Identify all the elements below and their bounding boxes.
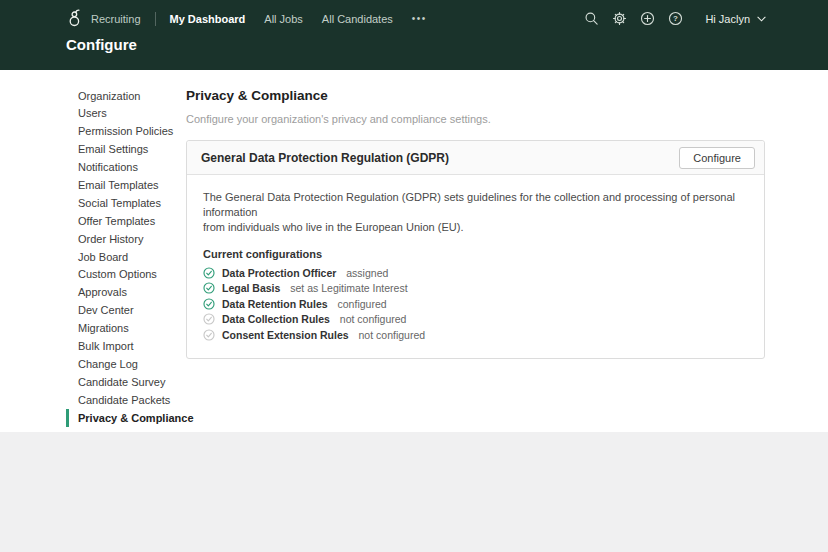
greenhouse-logo-icon[interactable]	[66, 9, 83, 28]
nav-item-all-jobs[interactable]: All Jobs	[264, 13, 303, 25]
sidebar-item-users[interactable]: Users	[66, 105, 186, 123]
nav-utilities: ? Hi Jaclyn	[584, 11, 766, 26]
sidebar-item-custom-options[interactable]: Custom Options	[66, 266, 186, 284]
help-icon[interactable]: ?	[668, 11, 683, 26]
config-item-name: Consent Extension Rules	[222, 329, 352, 341]
sidebar-item-privacy-compliance[interactable]: Privacy & Compliance	[66, 409, 186, 427]
sidebar-item-social-templates[interactable]: Social Templates	[66, 194, 186, 212]
check-circle-icon	[203, 282, 215, 294]
config-item-name: Data Collection Rules	[222, 313, 333, 325]
user-menu[interactable]: Hi Jaclyn	[705, 13, 766, 25]
sidebar-item-organization[interactable]: Organization	[66, 87, 186, 105]
config-item-legal-basis: Legal Basis set as Legitimate Interest	[203, 281, 748, 297]
more-menu[interactable]: •••	[412, 13, 427, 24]
sidebar-item-candidate-survey[interactable]: Candidate Survey	[66, 373, 186, 391]
sidebar-item-job-board[interactable]: Job Board	[66, 248, 186, 266]
sidebar-item-notifications[interactable]: Notifications	[66, 159, 186, 177]
chevron-down-icon	[757, 16, 766, 22]
sidebar-item-migrations[interactable]: Migrations	[66, 320, 186, 338]
nav-item-my-dashboard[interactable]: My Dashboard	[170, 13, 246, 25]
gdpr-description: The General Data Protection Regulation (…	[203, 190, 748, 235]
nav-item-all-candidates[interactable]: All Candidates	[322, 13, 393, 25]
nav-divider	[155, 12, 156, 26]
config-item-data-retention-rules: Data Retention Rules configured	[203, 296, 748, 312]
top-navigation-bar: Recruiting My DashboardAll JobsAll Candi…	[0, 0, 828, 70]
nav-row: Recruiting My DashboardAll JobsAll Candi…	[0, 0, 828, 28]
primary-nav: My DashboardAll JobsAll Candidates	[170, 13, 412, 25]
configure-button[interactable]: Configure	[679, 147, 755, 169]
sidebar-item-email-settings[interactable]: Email Settings	[66, 141, 186, 159]
gdpr-card-header: General Data Protection Regulation (GDPR…	[187, 141, 764, 175]
config-item-name: Data Protection Officer	[222, 267, 339, 279]
app-screen: Recruiting My DashboardAll JobsAll Candi…	[0, 0, 828, 552]
config-item-name: Data Retention Rules	[222, 298, 331, 310]
config-item-consent-extension-rules: Consent Extension Rules not configured	[203, 327, 748, 343]
config-item-status: set as Legitimate Interest	[290, 282, 407, 294]
section-title: Privacy & Compliance	[186, 88, 765, 103]
sidebar-item-bulk-import[interactable]: Bulk Import	[66, 337, 186, 355]
config-item-status: configured	[338, 298, 387, 310]
config-item-data-collection-rules: Data Collection Rules not configured	[203, 312, 748, 328]
sidebar-item-permission-policies[interactable]: Permission Policies	[66, 123, 186, 141]
quick-add-icon[interactable]	[640, 11, 655, 26]
check-circle-icon	[203, 267, 215, 279]
gdpr-description-line1: The General Data Protection Regulation (…	[203, 191, 735, 218]
content-panel: OrganizationUsersPermission PoliciesEmai…	[0, 70, 828, 432]
gdpr-description-line2: from individuals who live in the Europea…	[203, 221, 463, 233]
check-circle-icon	[203, 298, 215, 310]
user-greeting: Hi Jaclyn	[705, 13, 750, 25]
config-item-status: not configured	[359, 329, 426, 341]
check-circle-icon	[203, 313, 215, 325]
sidebar-item-email-templates[interactable]: Email Templates	[66, 176, 186, 194]
sidebar-item-dev-center[interactable]: Dev Center	[66, 302, 186, 320]
config-item-status: not configured	[340, 313, 407, 325]
config-item-data-protection-officer: Data Protection Officer assigned	[203, 265, 748, 281]
gdpr-card-title: General Data Protection Regulation (GDPR…	[201, 151, 449, 165]
utility-icons: ?	[584, 11, 683, 26]
settings-icon[interactable]	[612, 11, 627, 26]
section-subtitle: Configure your organization's privacy an…	[186, 113, 765, 125]
sidebar-item-order-history[interactable]: Order History	[66, 230, 186, 248]
sidebar-item-approvals[interactable]: Approvals	[66, 284, 186, 302]
config-item-status: assigned	[346, 267, 388, 279]
product-name[interactable]: Recruiting	[91, 13, 141, 25]
search-icon[interactable]	[584, 11, 599, 26]
config-heading: Current configurations	[203, 248, 748, 260]
page-title: Configure	[0, 28, 828, 53]
gdpr-card: General Data Protection Regulation (GDPR…	[186, 140, 765, 359]
gdpr-card-body: The General Data Protection Regulation (…	[187, 175, 764, 358]
config-item-name: Legal Basis	[222, 282, 283, 294]
sidebar-item-change-log[interactable]: Change Log	[66, 355, 186, 373]
main-content: Privacy & Compliance Configure your orga…	[186, 87, 828, 432]
sidebar-item-candidate-packets[interactable]: Candidate Packets	[66, 391, 186, 409]
config-list: Data Protection Officer assignedLegal Ba…	[203, 265, 748, 343]
svg-text:?: ?	[673, 14, 678, 23]
sidebar-item-offer-templates[interactable]: Offer Templates	[66, 212, 186, 230]
check-circle-icon	[203, 329, 215, 341]
settings-sidebar: OrganizationUsersPermission PoliciesEmai…	[66, 87, 186, 432]
